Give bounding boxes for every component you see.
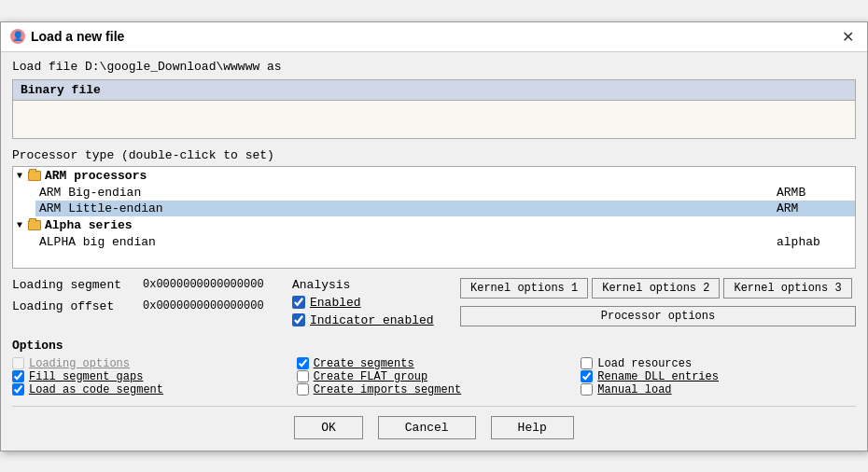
footer-buttons: OK Cancel Help (12, 406, 856, 439)
arm-chevron: ▼ (17, 171, 22, 181)
file-type-header: Binary file (13, 80, 855, 101)
cancel-button[interactable]: Cancel (378, 416, 476, 439)
file-path: Load file D:\google_Download\wwwww as (12, 60, 856, 74)
options-col-2: Create segments Create FLAT group Create… (297, 357, 572, 396)
title-bar: 👤 Load a new file ✕ (1, 22, 867, 52)
opt-row-loading-options: Loading options (12, 357, 287, 370)
loading-offset-label: Loading offset (12, 299, 143, 313)
opt-row-load-code: Load as code segment (12, 383, 287, 396)
opt-row-rename-dll: Rename DLL entries (581, 370, 856, 383)
options-col-3: Load resources Rename DLL entries Manual… (581, 357, 856, 396)
dialog-title: Load a new file (31, 29, 124, 44)
analysis-indicator-checkbox[interactable] (292, 313, 305, 326)
opt-manual-load-label[interactable]: Manual load (597, 383, 671, 396)
alpha-folder-icon (28, 220, 41, 230)
kernel-options-2-button[interactable]: Kernel options 2 (592, 278, 720, 298)
analysis-enabled-row: Enabled (292, 296, 451, 310)
middle-section: Loading segment 0x0000000000000000 Loadi… (12, 278, 856, 331)
alpha-chevron: ▼ (17, 220, 22, 230)
analysis-indicator-label[interactable]: Indicator enabled (310, 313, 434, 327)
opt-create-segments-label[interactable]: Create segments (314, 357, 414, 370)
arm-littleendian-id: ARM (777, 201, 851, 215)
opt-row-create-flat: Create FLAT group (297, 370, 572, 383)
kernel-buttons: Kernel options 1 Kernel options 2 Kernel… (460, 278, 856, 298)
alpha-bigendian-id: alphab (777, 235, 851, 249)
processor-options-button[interactable]: Processor options (460, 306, 856, 326)
loading-segment-value: 0x0000000000000000 (143, 278, 264, 291)
alpha-group-label: Alpha series (45, 218, 133, 232)
proc-group-arm[interactable]: ▼ ARM processors (13, 167, 855, 185)
arm-group-label: ARM processors (45, 169, 147, 183)
opt-fill-segment-checkbox[interactable] (12, 370, 24, 382)
file-type-content (13, 101, 855, 138)
arm-items: ARM Big-endian ARMB ARM Little-endian AR… (35, 185, 855, 216)
ok-button[interactable]: OK (294, 416, 363, 439)
opt-loading-options-label[interactable]: Loading options (29, 357, 130, 370)
arm-bigendian-id: ARMB (777, 186, 851, 200)
opt-fill-segment-label[interactable]: Fill segment gaps (29, 370, 143, 383)
opt-row-fill-segment: Fill segment gaps (12, 370, 287, 383)
processor-list[interactable]: ▼ ARM processors ARM Big-endian ARMB ARM… (12, 166, 856, 269)
opt-load-resources-checkbox[interactable] (581, 357, 593, 369)
arm-littleendian-label: ARM Little-endian (39, 201, 777, 215)
alpha-items: ALPHA big endian alphab (35, 234, 855, 250)
options-title: Options (12, 339, 856, 353)
proc-row-arm-bigendian[interactable]: ARM Big-endian ARMB (35, 185, 855, 201)
analysis-col: Analysis Enabled Indicator enabled (292, 278, 460, 331)
opt-load-code-label[interactable]: Load as code segment (29, 383, 163, 396)
close-button[interactable]: ✕ (838, 28, 858, 46)
loading-segment-row: Loading segment 0x0000000000000000 (12, 278, 283, 292)
opt-row-create-segments: Create segments (297, 357, 572, 370)
opt-create-imports-label[interactable]: Create imports segment (314, 383, 461, 396)
opt-rename-dll-label[interactable]: Rename DLL entries (597, 370, 719, 383)
options-col-1: Loading options Fill segment gaps Load a… (12, 357, 287, 396)
opt-row-manual-load: Manual load (581, 383, 856, 396)
proc-row-arm-littleendian[interactable]: ARM Little-endian ARM (35, 201, 855, 216)
analysis-indicator-row: Indicator enabled (292, 313, 451, 327)
dialog-body: Load file D:\google_Download\wwwww as Bi… (1, 52, 867, 451)
opt-load-code-checkbox[interactable] (12, 383, 24, 396)
opt-create-segments-checkbox[interactable] (297, 357, 309, 369)
loading-offset-row: Loading offset 0x0000000000000000 (12, 299, 283, 313)
kernel-options-1-button[interactable]: Kernel options 1 (460, 278, 588, 298)
analysis-title: Analysis (292, 278, 451, 292)
file-type-box: Binary file (12, 79, 856, 139)
analysis-enabled-checkbox[interactable] (292, 296, 305, 309)
opt-create-imports-checkbox[interactable] (297, 383, 309, 396)
proc-group-alpha[interactable]: ▼ Alpha series (13, 216, 855, 234)
opt-manual-load-checkbox[interactable] (581, 383, 593, 396)
loading-fields: Loading segment 0x0000000000000000 Loadi… (12, 278, 292, 331)
opt-loading-options-checkbox[interactable] (12, 357, 24, 369)
opt-rename-dll-checkbox[interactable] (581, 370, 593, 382)
opt-create-flat-checkbox[interactable] (297, 370, 309, 382)
analysis-enabled-label[interactable]: Enabled (310, 296, 361, 310)
options-section: Options Loading options Fill segment gap… (12, 339, 856, 396)
proc-row-alpha-bigendian[interactable]: ALPHA big endian alphab (35, 234, 855, 250)
loading-segment-label: Loading segment (12, 278, 143, 292)
opt-row-load-resources: Load resources (581, 357, 856, 370)
arm-bigendian-label: ARM Big-endian (39, 186, 777, 200)
processor-type-label: Processor type (double-click to set) (12, 148, 856, 162)
kernel-options-col: Kernel options 1 Kernel options 2 Kernel… (460, 278, 856, 331)
opt-load-resources-label[interactable]: Load resources (597, 357, 692, 370)
title-bar-left: 👤 Load a new file (10, 29, 124, 44)
arm-folder-icon (28, 171, 41, 181)
opt-row-create-imports: Create imports segment (297, 383, 572, 396)
options-grid: Loading options Fill segment gaps Load a… (12, 357, 856, 396)
help-button[interactable]: Help (491, 416, 574, 439)
loading-offset-value: 0x0000000000000000 (143, 299, 264, 312)
alpha-bigendian-label: ALPHA big endian (39, 235, 777, 249)
load-file-dialog: 👤 Load a new file ✕ Load file D:\google_… (0, 21, 868, 451)
kernel-options-3-button[interactable]: Kernel options 3 (723, 278, 851, 298)
dialog-icon: 👤 (10, 29, 25, 44)
opt-create-flat-label[interactable]: Create FLAT group (314, 370, 427, 383)
